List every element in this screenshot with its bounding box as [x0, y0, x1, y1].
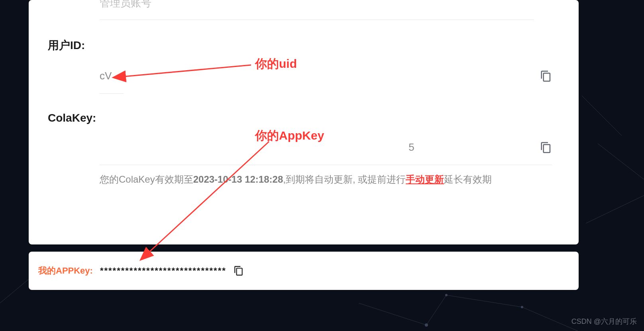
copy-icon[interactable]: [540, 70, 552, 82]
uid-label: 用户ID:: [48, 38, 555, 53]
appkey-value: ******************************: [100, 266, 226, 276]
manual-update-link[interactable]: 手动更新: [406, 174, 444, 185]
colakey-label: ColaKey:: [48, 112, 555, 124]
svg-point-9: [445, 294, 448, 296]
copy-icon[interactable]: [234, 266, 244, 276]
colakey-field: ColaKey: 5 您的ColaKey有效期至2023-10-13 12:18…: [48, 112, 555, 186]
svg-point-10: [521, 306, 523, 308]
appkey-label: 我的APPKey:: [38, 265, 93, 277]
uid-field: 用户ID: cV: [48, 38, 555, 94]
expiry-suffix: 延长有效期: [444, 174, 492, 185]
colakey-value-row: 5: [100, 141, 552, 165]
expiry-prefix: 您的ColaKey有效期至: [100, 174, 193, 185]
expiry-info: 您的ColaKey有效期至2023-10-13 12:18:28,到期将自动更新…: [100, 173, 555, 186]
admin-account-placeholder: 管理员账号: [100, 0, 534, 20]
svg-line-3: [359, 303, 426, 325]
uid-value: cV: [100, 70, 112, 82]
uid-value-row: cV: [100, 70, 552, 93]
svg-point-8: [425, 323, 428, 327]
appkey-card: 我的APPKey: ******************************: [29, 252, 579, 290]
svg-line-7: [0, 279, 29, 303]
svg-line-0: [582, 96, 622, 136]
svg-line-2: [586, 195, 644, 223]
watermark: CSDN @六月的可乐: [571, 317, 637, 326]
svg-line-4: [426, 295, 446, 325]
expiry-date: 2023-10-13 12:18:28: [193, 174, 283, 185]
svg-line-5: [446, 295, 522, 307]
colakey-value: 5: [100, 141, 540, 154]
copy-icon[interactable]: [540, 142, 552, 154]
svg-line-6: [522, 307, 578, 331]
main-card: 管理员账号 用户ID: cV ColaKey: 5 您的ColaKey有效期至2…: [29, 0, 579, 244]
expiry-mid: ,到期将自动更新, 或提前进行: [283, 174, 406, 185]
svg-line-1: [598, 144, 644, 179]
